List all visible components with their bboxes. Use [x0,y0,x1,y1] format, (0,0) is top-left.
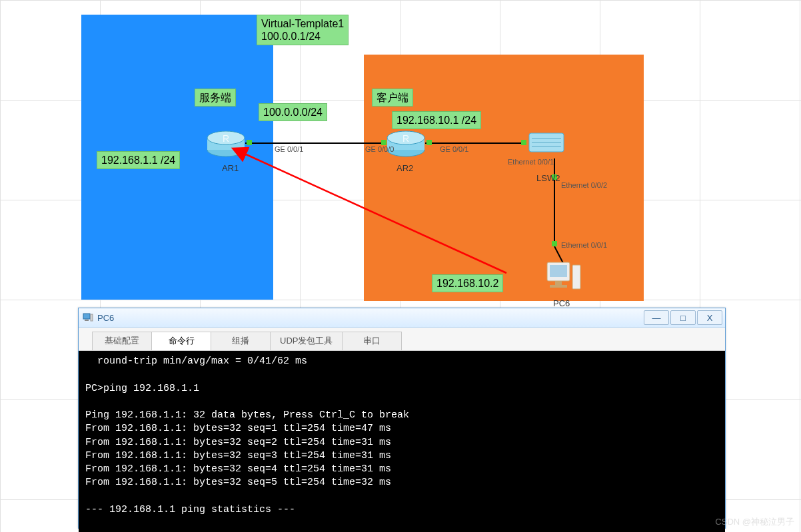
svg-rect-29 [91,314,93,321]
svg-line-10 [243,153,506,273]
window-pc6: PC6 — □ X 基础配置 命令行 组播 UDP发包工具 串口 round-t… [78,308,726,529]
pc-icon [83,312,93,323]
tabs: 基础配置 命令行 组播 UDP发包工具 串口 [79,328,725,351]
close-button[interactable]: X [697,310,722,325]
minimize-button[interactable]: — [644,310,669,325]
tab-udp-tool[interactable]: UDP发包工具 [270,332,343,350]
svg-rect-28 [83,314,90,319]
window-title: PC6 [97,313,114,323]
watermark: CSDN @神秘泣男子 [715,516,794,528]
tab-basic-config[interactable]: 基础配置 [92,332,152,350]
titlebar[interactable]: PC6 — □ X [79,308,725,328]
svg-rect-30 [85,320,89,321]
tab-multicast[interactable]: 组播 [211,332,271,350]
tab-cli[interactable]: 命令行 [151,332,211,350]
terminal-output[interactable]: round-trip min/avg/max = 0/41/62 ms PC>p… [79,351,725,532]
maximize-button[interactable]: □ [670,310,696,325]
tab-serial[interactable]: 串口 [342,332,402,350]
